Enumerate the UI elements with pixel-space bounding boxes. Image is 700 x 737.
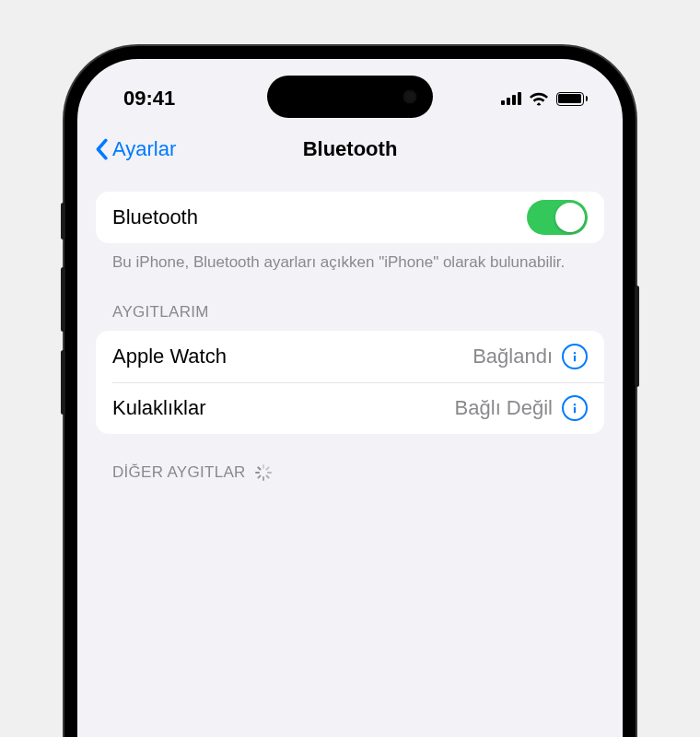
back-button[interactable]: Ayarlar: [94, 137, 176, 161]
bluetooth-toggle-row: Bluetooth: [96, 192, 604, 243]
svg-rect-1: [574, 356, 576, 362]
side-button-volume-up: [61, 267, 65, 332]
device-info-button[interactable]: [562, 395, 588, 421]
phone-frame: 09:41 Ayarlar: [64, 46, 636, 737]
side-button-volume-down: [61, 350, 65, 415]
device-status: Bağlı Değil: [455, 396, 553, 420]
bluetooth-toggle[interactable]: [527, 200, 588, 235]
svg-rect-3: [574, 407, 576, 414]
device-info-button[interactable]: [562, 344, 588, 369]
my-devices-header-label: AYGITLARIM: [112, 303, 209, 322]
dynamic-island: [267, 76, 433, 118]
other-devices-header-label: DİĞER AYGITLAR: [112, 463, 246, 482]
svg-point-0: [574, 352, 576, 354]
bluetooth-toggle-group: Bluetooth: [96, 192, 604, 243]
device-name: Apple Watch: [112, 345, 227, 368]
side-button-power: [635, 286, 639, 387]
side-button-silence: [61, 203, 65, 240]
battery-icon: [556, 92, 589, 106]
my-devices-header: AYGITLARIM: [96, 274, 604, 331]
screen: 09:41 Ayarlar: [77, 59, 623, 737]
info-icon: [567, 349, 582, 364]
info-icon: [567, 401, 582, 415]
bluetooth-note: Bu iPhone, Bluetooth ayarları açıkken "i…: [96, 243, 604, 274]
my-devices-group: Apple Watch Bağlandı Kul: [96, 331, 604, 434]
other-devices-header: DİĞER AYGITLAR: [96, 434, 604, 491]
cellular-icon: [501, 92, 521, 105]
device-row-headphones[interactable]: Kulaklıklar Bağlı Değil: [112, 382, 604, 434]
toggle-knob: [555, 203, 585, 232]
back-label: Ayarlar: [112, 137, 176, 161]
bluetooth-toggle-label: Bluetooth: [112, 205, 198, 229]
device-row-apple-watch[interactable]: Apple Watch Bağlandı: [96, 331, 604, 382]
wifi-icon: [529, 91, 549, 106]
status-time: 09:41: [123, 87, 175, 111]
stage: 09:41 Ayarlar: [0, 0, 700, 737]
front-camera: [403, 90, 416, 103]
spinner-icon: [255, 464, 272, 481]
nav-bar: Ayarlar Bluetooth: [77, 125, 623, 173]
chevron-left-icon: [94, 138, 109, 160]
device-status: Bağlandı: [472, 345, 553, 368]
device-name: Kulaklıklar: [112, 396, 205, 420]
svg-point-2: [574, 404, 576, 405]
content: Bluetooth Bu iPhone, Bluetooth ayarları …: [77, 173, 623, 491]
